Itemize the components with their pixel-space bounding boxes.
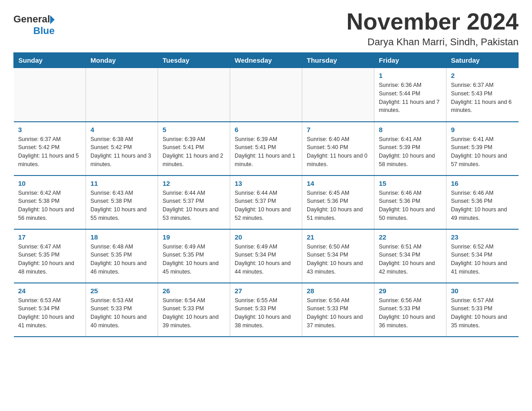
- day-info: Sunrise: 6:50 AM Sunset: 5:34 PM Dayligh…: [307, 243, 369, 276]
- day-number: 14: [307, 180, 369, 187]
- day-number: 12: [163, 180, 225, 187]
- day-number: 26: [163, 287, 225, 295]
- day-number: 13: [235, 180, 297, 187]
- day-number: 20: [235, 233, 297, 241]
- day-header-tuesday: Tuesday: [158, 53, 230, 68]
- day-header-saturday: Saturday: [446, 53, 519, 68]
- day-headers-row: SundayMondayTuesdayWednesdayThursdayFrid…: [14, 53, 519, 68]
- day-info: Sunrise: 6:56 AM Sunset: 5:33 PM Dayligh…: [307, 296, 369, 330]
- day-info: Sunrise: 6:48 AM Sunset: 5:35 PM Dayligh…: [90, 243, 153, 276]
- day-number: 23: [451, 233, 514, 241]
- calendar-cell: 1Sunrise: 6:36 AM Sunset: 5:44 PM Daylig…: [374, 68, 446, 122]
- day-number: 3: [18, 126, 82, 133]
- day-info: Sunrise: 6:46 AM Sunset: 5:36 PM Dayligh…: [451, 189, 514, 223]
- day-number: 10: [18, 180, 82, 187]
- calendar-cell: 13Sunrise: 6:44 AM Sunset: 5:37 PM Dayli…: [230, 176, 302, 229]
- calendar-cell: 14Sunrise: 6:45 AM Sunset: 5:36 PM Dayli…: [302, 176, 374, 229]
- day-info: Sunrise: 6:54 AM Sunset: 5:33 PM Dayligh…: [163, 296, 225, 330]
- calendar-header: SundayMondayTuesdayWednesdayThursdayFrid…: [14, 53, 519, 68]
- week-row-3: 17Sunrise: 6:47 AM Sunset: 5:35 PM Dayli…: [14, 229, 519, 283]
- day-header-friday: Friday: [374, 53, 446, 68]
- day-info: Sunrise: 6:49 AM Sunset: 5:34 PM Dayligh…: [235, 243, 297, 276]
- day-info: Sunrise: 6:52 AM Sunset: 5:34 PM Dayligh…: [451, 243, 514, 276]
- calendar-cell: 26Sunrise: 6:54 AM Sunset: 5:33 PM Dayli…: [158, 283, 230, 337]
- week-row-2: 10Sunrise: 6:42 AM Sunset: 5:38 PM Dayli…: [14, 176, 519, 229]
- calendar-cell: 28Sunrise: 6:56 AM Sunset: 5:33 PM Dayli…: [302, 283, 374, 337]
- day-number: 25: [90, 287, 153, 295]
- day-number: 28: [307, 287, 369, 295]
- day-number: 27: [235, 287, 297, 295]
- calendar-cell: 9Sunrise: 6:41 AM Sunset: 5:39 PM Daylig…: [446, 122, 519, 176]
- logo-triangle-icon: [50, 15, 55, 24]
- calendar-cell: 27Sunrise: 6:55 AM Sunset: 5:33 PM Dayli…: [230, 283, 302, 337]
- logo-blue-text: Blue: [33, 25, 55, 37]
- day-number: 15: [379, 180, 442, 187]
- calendar-cell: [158, 68, 230, 122]
- day-header-sunday: Sunday: [14, 53, 86, 68]
- day-header-thursday: Thursday: [302, 53, 374, 68]
- day-info: Sunrise: 6:42 AM Sunset: 5:38 PM Dayligh…: [18, 189, 82, 223]
- day-info: Sunrise: 6:56 AM Sunset: 5:33 PM Dayligh…: [379, 296, 442, 330]
- day-number: 30: [451, 287, 514, 295]
- week-row-4: 24Sunrise: 6:53 AM Sunset: 5:34 PM Dayli…: [14, 283, 519, 337]
- calendar-cell: 2Sunrise: 6:37 AM Sunset: 5:43 PM Daylig…: [446, 68, 519, 122]
- logo-general-text: General: [13, 13, 50, 25]
- day-info: Sunrise: 6:55 AM Sunset: 5:33 PM Dayligh…: [235, 296, 297, 330]
- day-info: Sunrise: 6:45 AM Sunset: 5:36 PM Dayligh…: [307, 189, 369, 223]
- calendar-cell: 17Sunrise: 6:47 AM Sunset: 5:35 PM Dayli…: [14, 229, 86, 283]
- day-info: Sunrise: 6:40 AM Sunset: 5:40 PM Dayligh…: [307, 135, 369, 169]
- day-number: 7: [307, 126, 369, 133]
- calendar-cell: 23Sunrise: 6:52 AM Sunset: 5:34 PM Dayli…: [446, 229, 519, 283]
- day-header-monday: Monday: [86, 53, 158, 68]
- calendar-cell: [302, 68, 374, 122]
- day-info: Sunrise: 6:51 AM Sunset: 5:34 PM Dayligh…: [379, 243, 442, 276]
- page-header: General Blue November 2024 Darya Khan Ma…: [13, 9, 519, 48]
- day-info: Sunrise: 6:46 AM Sunset: 5:36 PM Dayligh…: [379, 189, 442, 223]
- calendar-cell: 19Sunrise: 6:49 AM Sunset: 5:35 PM Dayli…: [158, 229, 230, 283]
- day-number: 9: [451, 126, 514, 133]
- calendar-cell: 15Sunrise: 6:46 AM Sunset: 5:36 PM Dayli…: [374, 176, 446, 229]
- logo: General Blue: [13, 13, 55, 37]
- calendar-cell: 21Sunrise: 6:50 AM Sunset: 5:34 PM Dayli…: [302, 229, 374, 283]
- month-title: November 2024: [347, 9, 519, 34]
- day-number: 17: [18, 233, 82, 241]
- day-info: Sunrise: 6:47 AM Sunset: 5:35 PM Dayligh…: [18, 243, 82, 276]
- day-number: 16: [451, 180, 514, 187]
- week-row-0: 1Sunrise: 6:36 AM Sunset: 5:44 PM Daylig…: [14, 68, 519, 122]
- day-header-wednesday: Wednesday: [230, 53, 302, 68]
- day-info: Sunrise: 6:53 AM Sunset: 5:34 PM Dayligh…: [18, 296, 82, 330]
- calendar-cell: 10Sunrise: 6:42 AM Sunset: 5:38 PM Dayli…: [14, 176, 86, 229]
- day-number: 18: [90, 233, 153, 241]
- calendar-cell: [14, 68, 86, 122]
- day-info: Sunrise: 6:39 AM Sunset: 5:41 PM Dayligh…: [163, 135, 225, 169]
- day-info: Sunrise: 6:57 AM Sunset: 5:33 PM Dayligh…: [451, 296, 514, 330]
- day-info: Sunrise: 6:41 AM Sunset: 5:39 PM Dayligh…: [379, 135, 442, 169]
- day-number: 8: [379, 126, 442, 133]
- calendar-cell: [230, 68, 302, 122]
- calendar-cell: [86, 68, 158, 122]
- day-info: Sunrise: 6:44 AM Sunset: 5:37 PM Dayligh…: [163, 189, 225, 223]
- day-info: Sunrise: 6:37 AM Sunset: 5:43 PM Dayligh…: [451, 81, 514, 115]
- calendar-cell: 24Sunrise: 6:53 AM Sunset: 5:34 PM Dayli…: [14, 283, 86, 337]
- day-number: 2: [451, 72, 514, 79]
- day-number: 24: [18, 287, 82, 295]
- calendar-cell: 30Sunrise: 6:57 AM Sunset: 5:33 PM Dayli…: [446, 283, 519, 337]
- day-info: Sunrise: 6:44 AM Sunset: 5:37 PM Dayligh…: [235, 189, 297, 223]
- calendar-cell: 18Sunrise: 6:48 AM Sunset: 5:35 PM Dayli…: [86, 229, 158, 283]
- day-number: 19: [163, 233, 225, 241]
- day-info: Sunrise: 6:37 AM Sunset: 5:42 PM Dayligh…: [18, 135, 82, 169]
- calendar-cell: 20Sunrise: 6:49 AM Sunset: 5:34 PM Dayli…: [230, 229, 302, 283]
- title-block: November 2024 Darya Khan Marri, Sindh, P…: [347, 9, 519, 48]
- day-number: 6: [235, 126, 297, 133]
- calendar-cell: 3Sunrise: 6:37 AM Sunset: 5:42 PM Daylig…: [14, 122, 86, 176]
- calendar-cell: 16Sunrise: 6:46 AM Sunset: 5:36 PM Dayli…: [446, 176, 519, 229]
- day-number: 4: [90, 126, 153, 133]
- day-info: Sunrise: 6:39 AM Sunset: 5:41 PM Dayligh…: [235, 135, 297, 169]
- calendar-cell: 4Sunrise: 6:38 AM Sunset: 5:42 PM Daylig…: [86, 122, 158, 176]
- calendar-body: 1Sunrise: 6:36 AM Sunset: 5:44 PM Daylig…: [14, 68, 519, 337]
- week-row-1: 3Sunrise: 6:37 AM Sunset: 5:42 PM Daylig…: [14, 122, 519, 176]
- day-info: Sunrise: 6:43 AM Sunset: 5:38 PM Dayligh…: [90, 189, 153, 223]
- day-number: 11: [90, 180, 153, 187]
- calendar-cell: 11Sunrise: 6:43 AM Sunset: 5:38 PM Dayli…: [86, 176, 158, 229]
- day-info: Sunrise: 6:36 AM Sunset: 5:44 PM Dayligh…: [379, 81, 442, 115]
